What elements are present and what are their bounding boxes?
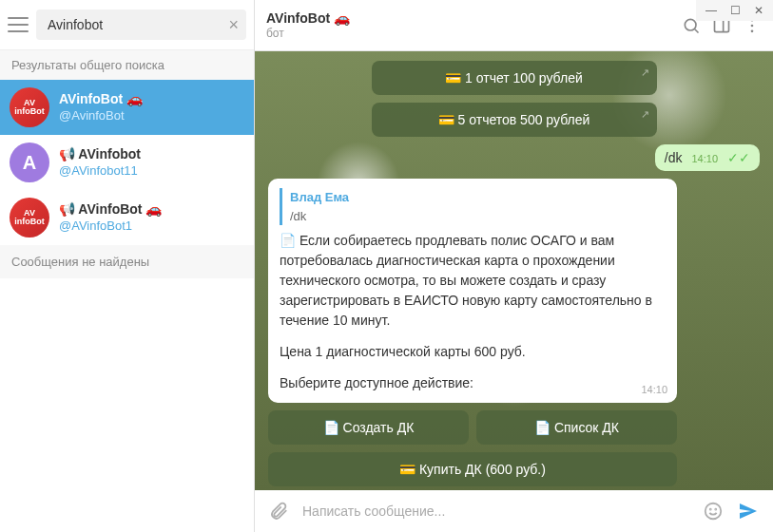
chat-subtitle: бот [266,27,670,40]
button-label: 📄 Создать ДК [323,420,415,435]
reply-text: /dk [290,207,666,226]
share-icon: ↗ [641,108,649,121]
bot-message[interactable]: Влад Ема /dk 📄 Если собираетесь продлева… [268,179,677,403]
search-result-item[interactable]: AV infoBot AVinfoBot 🚗 @AvinfoBot [0,80,254,135]
read-checks-icon: ✓✓ [727,150,750,165]
global-results-header: Результаты общего поиска [0,50,254,80]
result-username: @AVinfoBot1 [59,218,162,235]
avatar: AV infoBot [10,198,49,238]
svg-point-8 [710,509,711,510]
svg-point-5 [751,24,754,27]
message-text: /dk [665,150,683,165]
inline-button[interactable]: 💳 1 отчет 100 рублей ↗ [372,61,657,95]
svg-point-7 [705,504,722,520]
reply-preview: Влад Ема /dk [280,188,666,225]
svg-point-6 [751,29,754,32]
search-input[interactable] [36,10,246,40]
close-icon[interactable]: ✕ [754,4,763,17]
chat-title: AVinfoBot 🚗 [266,10,670,27]
clear-search-icon[interactable]: × [228,15,239,35]
svg-line-1 [695,28,699,32]
button-label: 💳 Купить ДК (600 руб.) [399,462,546,477]
button-label: 💳 5 отчетов 500 рублей [438,112,590,127]
message-time: 14:10 [641,382,667,398]
search-result-item[interactable]: AV infoBot 📢 AVinfoBot 🚗 @AVinfoBot1 [0,190,254,245]
share-icon: ↗ [641,66,649,79]
result-title: 📢 AVinfoBot 🚗 [59,200,162,218]
inline-button-list[interactable]: 📄 Список ДК [476,410,677,445]
avatar: AV infoBot [10,87,49,127]
result-username: @AvinfoBot [59,108,143,124]
message-input[interactable] [302,504,689,519]
result-username: @AVinfobot11 [59,163,141,180]
button-label: 💳 1 отчет 100 рублей [445,70,583,86]
message-time: 14:10 [691,153,718,164]
button-label: 📄 Список ДК [534,420,619,435]
result-title: AVinfoBot 🚗 [59,90,143,107]
svg-point-0 [685,19,696,30]
reply-author: Влад Ема [290,188,666,207]
outgoing-message[interactable]: /dk 14:10 ✓✓ [655,144,760,171]
emoji-icon[interactable] [703,501,724,522]
window-controls: — ☐ ✕ [696,0,773,21]
result-title: 📢 AVinfobot [59,145,141,162]
message-paragraph: Выберите доступное действие: [280,373,666,393]
inline-button[interactable]: 💳 5 отчетов 500 рублей ↗ [372,103,657,137]
message-paragraph: Цена 1 диагностической карты 600 руб. [280,342,666,362]
search-result-item[interactable]: A 📢 AVinfobot @AVinfobot11 [0,135,254,190]
menu-button[interactable] [8,16,29,33]
avatar: A [10,142,49,182]
inline-button-create[interactable]: 📄 Создать ДК [268,410,469,445]
minimize-icon[interactable]: — [705,4,717,17]
message-paragraph: 📄 Если собираетесь продлевать полис ОСАГ… [280,231,666,331]
maximize-icon[interactable]: ☐ [730,4,741,17]
send-icon[interactable] [737,500,760,522]
inline-button-buy[interactable]: 💳 Купить ДК (600 руб.) [268,452,677,486]
no-messages-label: Сообщения не найдены [0,245,254,278]
attach-icon[interactable] [268,501,289,522]
svg-point-9 [715,509,716,510]
